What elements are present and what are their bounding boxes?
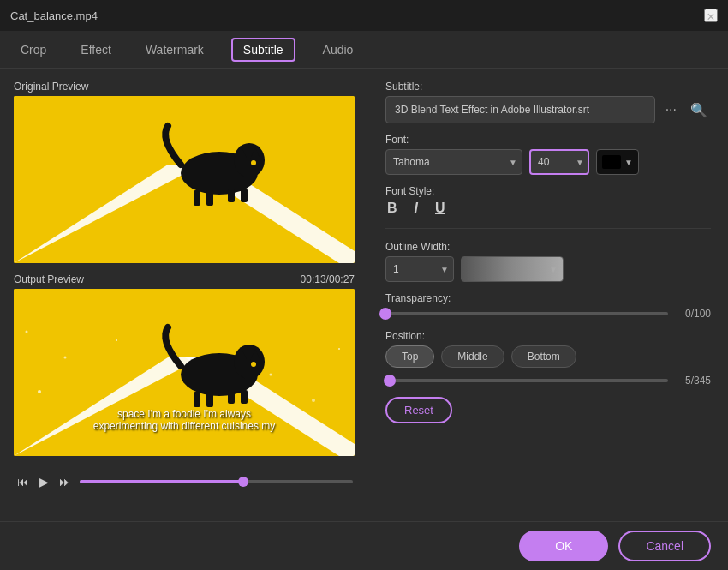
play-button[interactable]: ▶	[38, 475, 51, 489]
ok-button[interactable]: OK	[519, 531, 608, 561]
main-window: Cat_balance.mp4 × Crop Effect Watermark …	[0, 0, 728, 570]
svg-rect-31	[241, 390, 248, 404]
svg-point-14	[64, 357, 67, 359]
subtitle-file-section: Subtitle: ··· 🔍	[385, 81, 711, 123]
svg-rect-11	[241, 189, 248, 202]
original-preview-section: Original Preview	[14, 81, 355, 263]
filename-label: Cat_balance.mp4	[10, 9, 98, 22]
svg-rect-8	[194, 190, 200, 206]
position-middle-button[interactable]: Middle	[441, 345, 504, 368]
svg-rect-29	[206, 392, 213, 407]
size-select-wrapper: 40 20 32 48 60 ▼	[529, 149, 589, 175]
svg-point-17	[270, 374, 272, 376]
transparency-slider-row: 0/100	[385, 308, 711, 320]
tab-watermark[interactable]: Watermark	[139, 39, 211, 60]
title-bar: Cat_balance.mp4 ×	[0, 0, 728, 31]
progress-thumb[interactable]	[238, 477, 248, 487]
original-preview-label: Original Preview	[14, 81, 355, 93]
position-bottom-button[interactable]: Bottom	[511, 345, 576, 368]
output-preview-label: Output Preview	[14, 273, 84, 285]
outline-color-arrow-icon: ▼	[549, 265, 558, 274]
position-section: Position: Top Middle Bottom 5/345	[385, 330, 711, 387]
font-select-wrapper: Tahoma Arial Times New Roman ▼	[385, 149, 522, 175]
tab-audio[interactable]: Audio	[316, 39, 361, 60]
outline-select-wrapper: 1 2 3 ▼	[385, 256, 454, 282]
search-button[interactable]: 🔍	[687, 102, 711, 118]
font-row: Tahoma Arial Times New Roman ▼ 40 20 32 …	[385, 149, 711, 175]
color-gradient-wrapper: ▼	[461, 256, 564, 282]
italic-button[interactable]: I	[413, 201, 420, 216]
position-value: 5/345	[677, 375, 711, 387]
svg-rect-28	[194, 392, 200, 407]
title-bar-left: Cat_balance.mp4	[10, 9, 98, 22]
right-panel: Subtitle: ··· 🔍 Font: Tahoma Arial Times…	[368, 69, 728, 521]
svg-point-4	[234, 143, 265, 177]
bold-button[interactable]: B	[385, 201, 399, 216]
skip-back-button[interactable]: ⏮	[15, 475, 31, 489]
svg-point-27	[251, 362, 256, 367]
svg-point-20	[26, 331, 28, 333]
output-preview-section: Output Preview 00:13/00:27	[14, 273, 355, 456]
footer: OK Cancel	[0, 521, 728, 570]
cancel-button[interactable]: Cancel	[618, 531, 711, 561]
color-button[interactable]: ▼	[596, 149, 639, 175]
svg-point-18	[312, 399, 315, 402]
svg-point-24	[234, 345, 265, 379]
font-section: Font: Tahoma Arial Times New Roman ▼ 40	[385, 134, 711, 175]
transparency-value: 0/100	[677, 308, 711, 320]
progress-bar[interactable]	[80, 480, 353, 483]
font-section-label: Font:	[385, 134, 711, 146]
tab-bar: Crop Effect Watermark Subtitle Audio	[0, 31, 728, 69]
position-buttons: Top Middle Bottom	[385, 345, 711, 368]
subtitle-line1: space I'm a foodie I'm always	[117, 408, 251, 420]
divider1	[385, 228, 711, 229]
position-top-button[interactable]: Top	[385, 345, 434, 368]
close-button[interactable]: ×	[704, 9, 718, 22]
position-thumb[interactable]	[384, 375, 396, 387]
output-preview-header: Output Preview 00:13/00:27	[14, 273, 355, 289]
reset-button[interactable]: Reset	[385, 397, 452, 423]
size-select[interactable]: 40 20 32 48 60	[529, 149, 589, 175]
svg-point-16	[116, 339, 117, 341]
subtitle-file-input[interactable]	[385, 96, 655, 123]
outline-row: 1 2 3 ▼ ▼	[385, 256, 711, 282]
subtitle-section-label: Subtitle:	[385, 81, 711, 93]
transparency-thumb[interactable]	[379, 308, 391, 320]
font-style-label: Font Style:	[385, 185, 711, 197]
font-style-section: Font Style: B I U	[385, 185, 711, 216]
road-svg	[14, 96, 355, 263]
outline-width-label: Outline Width:	[385, 241, 711, 253]
left-panel: Original Preview	[0, 69, 368, 521]
position-label: Position:	[385, 330, 711, 342]
outline-color-button[interactable]: ▼	[461, 256, 564, 282]
svg-point-7	[251, 160, 256, 165]
output-preview-box: space I'm a foodie I'm always experiment…	[14, 289, 355, 456]
position-slider-row: 5/345	[385, 375, 711, 387]
tab-crop[interactable]: Crop	[14, 39, 53, 60]
original-preview-box	[14, 96, 355, 263]
underline-button[interactable]: U	[433, 201, 447, 216]
timestamp-label: 00:13/00:27	[301, 273, 355, 285]
svg-point-19	[338, 348, 340, 350]
next-frame-button[interactable]: ⏭	[57, 475, 73, 489]
tab-effect[interactable]: Effect	[74, 39, 118, 60]
color-swatch	[602, 155, 621, 169]
font-select[interactable]: Tahoma Arial Times New Roman	[385, 149, 522, 175]
subtitle-line2: experimenting with different cuisines my	[93, 420, 276, 432]
transport-bar: ⏮ ▶ ⏭	[14, 466, 355, 497]
svg-rect-10	[228, 189, 235, 202]
more-options-button[interactable]: ···	[662, 102, 680, 117]
font-style-row: B I U	[385, 201, 711, 216]
progress-fill	[80, 480, 243, 483]
position-slider[interactable]	[385, 379, 668, 382]
outline-width-section: Outline Width: 1 2 3 ▼ ▼	[385, 241, 711, 282]
main-content: Original Preview	[0, 69, 728, 521]
subtitle-file-row: ··· 🔍	[385, 96, 711, 123]
outline-select[interactable]: 1 2 3	[385, 256, 454, 282]
transparency-slider[interactable]	[385, 312, 668, 315]
svg-rect-30	[228, 390, 235, 404]
transparency-label: Transparency:	[385, 292, 711, 304]
color-arrow-icon: ▼	[624, 158, 633, 167]
svg-rect-9	[206, 190, 213, 206]
tab-subtitle[interactable]: Subtitle	[231, 38, 295, 62]
